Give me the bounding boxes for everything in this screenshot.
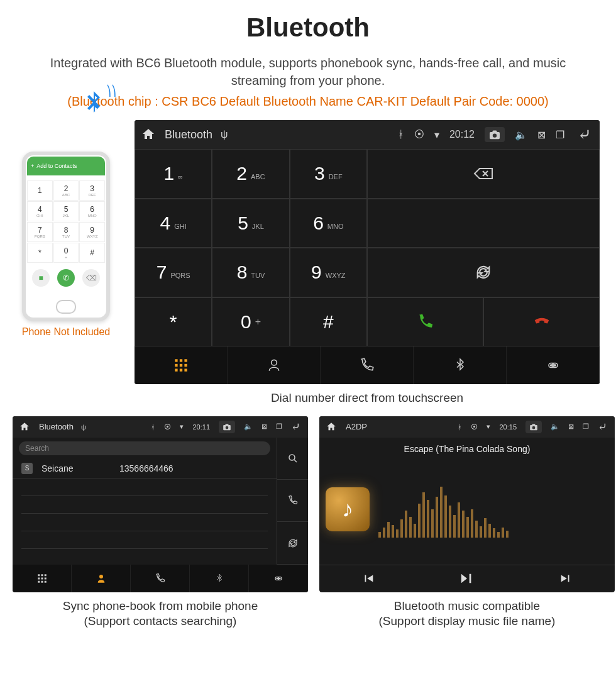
phone-mock-key: 3DEF <box>79 180 105 201</box>
back-icon[interactable]: ⤶ <box>578 125 591 145</box>
tab-pair[interactable] <box>249 565 308 592</box>
eq-bar <box>444 495 447 538</box>
eq-bar <box>466 517 469 537</box>
phone-mock-key: 1 <box>27 180 53 201</box>
usb-icon: ψ <box>81 423 86 431</box>
volume-icon[interactable]: 🔈 <box>515 129 527 141</box>
close-app-icon[interactable]: ⊠ <box>261 423 267 431</box>
eq-bar <box>497 532 500 538</box>
home-icon[interactable] <box>326 421 337 433</box>
volume-icon[interactable]: 🔈 <box>244 423 253 431</box>
camera-icon[interactable] <box>525 421 542 433</box>
eq-bar <box>400 519 403 538</box>
redial-button[interactable] <box>367 248 600 297</box>
bluetooth-status-icon: ᚼ <box>458 423 462 431</box>
key-star[interactable]: * <box>135 297 212 347</box>
statusbar-title: Bluetooth <box>39 422 74 431</box>
tab-keypad[interactable] <box>135 346 228 384</box>
status-time: 20:15 <box>499 423 517 431</box>
svg-point-9 <box>289 455 295 460</box>
close-app-icon[interactable]: ⊠ <box>568 423 574 431</box>
back-icon[interactable]: ⤶ <box>291 420 300 434</box>
svg-rect-17 <box>38 580 40 582</box>
phone-mock-key: 5JKL <box>53 201 79 221</box>
backspace-button[interactable] <box>367 149 600 199</box>
eq-bar <box>471 509 473 538</box>
tab-bluetooth[interactable] <box>190 565 249 592</box>
statusbar-title: A2DP <box>346 422 367 431</box>
contact-row[interactable]: S Seicane 13566664466 <box>13 459 277 479</box>
svg-rect-0 <box>175 359 177 362</box>
play-pause-button[interactable] <box>418 565 517 592</box>
phone-mock-key: 6MNO <box>79 201 105 221</box>
back-icon[interactable]: ⤶ <box>598 420 607 434</box>
wifi-icon: ▾ <box>487 423 490 431</box>
recent-apps-icon[interactable]: ❐ <box>276 423 282 431</box>
close-app-icon[interactable]: ⊠ <box>537 129 546 141</box>
search-input[interactable]: Search <box>19 441 270 455</box>
dialer-caption: Dial number direct from touchscreen <box>271 390 463 406</box>
eq-bar <box>427 500 429 537</box>
svg-rect-1 <box>179 359 182 362</box>
eq-bar <box>418 504 421 538</box>
key-8[interactable]: 8TUV <box>212 248 289 297</box>
side-sync-button[interactable] <box>277 522 308 564</box>
phone-mock-key: 2ABC <box>53 180 79 201</box>
key-3[interactable]: 3DEF <box>290 149 367 199</box>
svg-rect-11 <box>38 574 40 576</box>
bluetooth-status-icon: ᚼ <box>151 423 155 431</box>
phone-mock-key: 9WXYZ <box>79 222 105 242</box>
key-6[interactable]: 6MNO <box>290 199 367 248</box>
home-icon[interactable] <box>19 421 30 433</box>
eq-bar <box>488 524 491 538</box>
key-hash[interactable]: # <box>290 297 367 347</box>
svg-rect-15 <box>41 577 43 579</box>
side-call-button[interactable] <box>277 480 308 522</box>
volume-icon[interactable]: 🔈 <box>551 423 559 431</box>
key-2[interactable]: 2ABC <box>212 149 289 199</box>
recent-apps-icon[interactable]: ❐ <box>556 129 564 141</box>
camera-icon[interactable] <box>219 421 235 433</box>
eq-bar <box>409 517 412 537</box>
phone-mock-key: * <box>27 243 53 263</box>
svg-rect-13 <box>44 574 46 576</box>
phone-mock-key: 4GHI <box>27 201 53 221</box>
eq-bar <box>480 526 482 538</box>
camera-icon[interactable] <box>485 127 505 142</box>
dialer-unit: Bluetooth ψ ᚼ ⦿ ▾ 20:12 🔈 ⊠ ❐ ⤶ 1∞2ABC3D… <box>135 120 600 384</box>
call-button[interactable] <box>367 297 483 347</box>
location-icon: ⦿ <box>471 423 478 431</box>
key-7[interactable]: 7PQRS <box>135 248 212 297</box>
home-icon[interactable] <box>141 127 156 142</box>
tab-bluetooth[interactable] <box>414 346 507 384</box>
contact-name: Seicane <box>41 463 111 473</box>
tab-recent-calls[interactable] <box>131 565 190 592</box>
tab-recent-calls[interactable] <box>321 346 414 384</box>
tab-contacts[interactable] <box>228 346 321 384</box>
phonebook-unit: Bluetooth ψ ᚼ ⦿ ▾ 20:11 🔈 ⊠ ❐ ⤶ Search S… <box>13 416 308 592</box>
phone-mock-key: # <box>79 243 105 263</box>
eq-bar <box>440 487 443 538</box>
key-1[interactable]: 1∞ <box>135 149 212 199</box>
eq-bar <box>392 525 394 538</box>
hangup-button[interactable] <box>483 297 600 347</box>
key-5[interactable]: 5JKL <box>212 199 289 248</box>
phone-mock-caption: Phone Not Included <box>22 326 111 338</box>
tab-pair[interactable] <box>507 346 600 384</box>
svg-rect-19 <box>44 580 46 582</box>
svg-rect-16 <box>44 577 46 579</box>
eq-bar <box>449 506 451 537</box>
status-time: 20:12 <box>449 129 475 140</box>
music-statusbar: A2DP ᚼ ⦿ ▾ 20:15 🔈 ⊠ ❐ ⤶ <box>319 416 615 438</box>
key-4[interactable]: 4GHI <box>135 199 212 248</box>
next-track-button[interactable] <box>516 565 615 592</box>
svg-rect-6 <box>175 368 177 371</box>
tab-contacts[interactable] <box>72 565 131 592</box>
key-0[interactable]: 0+ <box>212 297 289 347</box>
tab-keypad[interactable] <box>13 565 72 592</box>
key-9[interactable]: 9WXYZ <box>290 248 367 297</box>
recent-apps-icon[interactable]: ❐ <box>583 423 589 431</box>
prev-track-button[interactable] <box>319 565 418 592</box>
side-search-button[interactable] <box>277 438 308 480</box>
statusbar-title: Bluetooth <box>165 128 212 141</box>
